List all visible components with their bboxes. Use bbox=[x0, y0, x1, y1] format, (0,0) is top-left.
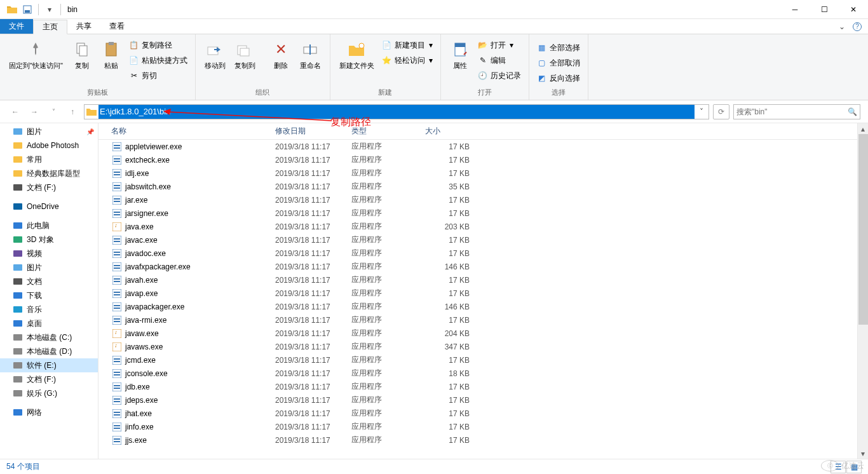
tab-share[interactable]: 共享 bbox=[67, 19, 100, 34]
file-row[interactable]: java.exe2019/3/18 11:17应用程序203 KB bbox=[98, 220, 868, 233]
col-modified[interactable]: 修改日期 bbox=[275, 126, 351, 137]
paste-button[interactable]: 粘贴 bbox=[97, 37, 125, 72]
paste-shortcut-button[interactable]: 📄粘贴快捷方式 bbox=[126, 53, 190, 67]
copy-button[interactable]: 复制 bbox=[68, 37, 96, 72]
file-date: 2019/3/18 11:17 bbox=[275, 262, 351, 271]
newfolder-button[interactable]: 新建文件夹 bbox=[336, 37, 378, 72]
tree-item[interactable]: 图片 bbox=[0, 261, 98, 274]
tree-item[interactable]: OneDrive bbox=[0, 200, 98, 213]
tree-item[interactable]: 此电脑 bbox=[0, 219, 98, 233]
file-row[interactable]: jar.exe2019/3/18 11:17应用程序17 KB bbox=[98, 193, 868, 207]
file-row[interactable]: jhat.exe2019/3/18 11:17应用程序17 KB bbox=[98, 407, 868, 420]
qat-dropdown-icon[interactable]: ▾ bbox=[43, 3, 57, 17]
tree-item[interactable]: 图片📌 bbox=[0, 125, 98, 139]
tree-item[interactable]: 文档 (F:) bbox=[0, 180, 98, 194]
tab-file[interactable]: 文件 bbox=[0, 19, 33, 34]
file-row[interactable]: jarsigner.exe2019/3/18 11:17应用程序17 KB bbox=[98, 207, 868, 220]
save-icon[interactable] bbox=[20, 3, 34, 17]
file-row[interactable]: javah.exe2019/3/18 11:17应用程序17 KB bbox=[98, 273, 868, 287]
file-list[interactable]: appletviewer.exe2019/3/18 11:17应用程序17 KB… bbox=[98, 140, 868, 459]
col-name[interactable]: 名称 bbox=[111, 126, 275, 137]
scroll-up-icon[interactable]: ▴ bbox=[858, 123, 868, 134]
scroll-thumb[interactable] bbox=[858, 134, 868, 325]
file-type: 应用程序 bbox=[351, 315, 425, 325]
file-row[interactable]: javaw.exe2019/3/18 11:17应用程序204 KB bbox=[98, 327, 868, 340]
tree-item[interactable]: 桌面 bbox=[0, 316, 98, 330]
properties-button[interactable]: 属性 bbox=[446, 37, 474, 72]
col-size[interactable]: 大小 bbox=[425, 126, 470, 137]
minimize-button[interactable]: ─ bbox=[780, 0, 810, 19]
tree-item[interactable]: Adobe Photosh bbox=[0, 139, 98, 152]
scroll-down-icon[interactable]: ▾ bbox=[858, 448, 868, 459]
file-row[interactable]: extcheck.exe2019/3/18 11:17应用程序17 KB bbox=[98, 153, 868, 166]
copy-path-button[interactable]: 📋复制路径 bbox=[126, 38, 190, 52]
tree-item[interactable]: 下载 bbox=[0, 288, 98, 302]
file-row[interactable]: jconsole.exe2019/3/18 11:17应用程序18 KB bbox=[98, 367, 868, 380]
file-row[interactable]: javapackager.exe2019/3/18 11:17应用程序146 K… bbox=[98, 300, 868, 313]
file-row[interactable]: jinfo.exe2019/3/18 11:17应用程序17 KB bbox=[98, 420, 868, 433]
search-box[interactable]: 🔍 bbox=[733, 104, 860, 119]
moveto-button[interactable]: 移动到 bbox=[201, 37, 229, 72]
cut-button[interactable]: ✂剪切 bbox=[126, 69, 190, 83]
tree-item[interactable]: 常用 bbox=[0, 152, 98, 166]
copyto-button[interactable]: 复制到 bbox=[231, 37, 259, 72]
tree-item[interactable]: 文档 (F:) bbox=[0, 372, 98, 386]
navigation-tree[interactable]: 图片📌Adobe Photosh常用经典数据库题型文档 (F:)OneDrive… bbox=[0, 123, 98, 459]
tab-view[interactable]: 查看 bbox=[100, 19, 133, 34]
history-button[interactable]: 🕘历史记录 bbox=[475, 69, 524, 83]
file-row[interactable]: appletviewer.exe2019/3/18 11:17应用程序17 KB bbox=[98, 140, 868, 153]
file-row[interactable]: javaws.exe2019/3/18 11:17应用程序347 KB bbox=[98, 340, 868, 353]
file-row[interactable]: javafxpackager.exe2019/3/18 11:17应用程序146… bbox=[98, 260, 868, 273]
search-input[interactable] bbox=[736, 107, 848, 116]
ribbon-collapse-icon[interactable]: ⌄ bbox=[839, 22, 845, 31]
tree-item[interactable]: 网络 bbox=[0, 405, 98, 419]
back-button[interactable]: ← bbox=[8, 104, 23, 119]
col-type[interactable]: 类型 bbox=[351, 126, 425, 137]
maximize-button[interactable]: ☐ bbox=[810, 0, 839, 19]
forward-button[interactable]: → bbox=[27, 104, 42, 119]
file-row[interactable]: javap.exe2019/3/18 11:17应用程序17 KB bbox=[98, 287, 868, 300]
tree-item[interactable]: 本地磁盘 (D:) bbox=[0, 344, 98, 358]
newitem-button[interactable]: 📄新建项目▾ bbox=[379, 38, 435, 52]
file-row[interactable]: jcmd.exe2019/3/18 11:17应用程序17 KB bbox=[98, 353, 868, 367]
address-input[interactable] bbox=[98, 105, 695, 119]
tree-item[interactable]: 音乐 bbox=[0, 302, 98, 316]
file-row[interactable]: java-rmi.exe2019/3/18 11:17应用程序17 KB bbox=[98, 313, 868, 327]
tree-item[interactable]: 视频 bbox=[0, 247, 98, 261]
tree-item[interactable]: 娱乐 (G:) bbox=[0, 386, 98, 400]
tree-item[interactable]: 软件 (E:) bbox=[0, 358, 98, 372]
tree-item[interactable]: 3D 对象 bbox=[0, 233, 98, 247]
invertselection-button[interactable]: ◩反向选择 bbox=[534, 71, 583, 85]
refresh-button[interactable]: ⟳ bbox=[713, 104, 729, 119]
file-row[interactable]: jdb.exe2019/3/18 11:17应用程序17 KB bbox=[98, 380, 868, 393]
svg-rect-63 bbox=[112, 276, 121, 285]
column-headers[interactable]: 名称 修改日期 类型 大小 bbox=[98, 123, 868, 140]
delete-button[interactable]: ✕删除 bbox=[267, 37, 295, 72]
file-name: jcmd.exe bbox=[125, 356, 275, 365]
file-row[interactable]: jjs.exe2019/3/18 11:17应用程序17 KB bbox=[98, 433, 868, 447]
selectall-button[interactable]: ▦全部选择 bbox=[534, 41, 583, 55]
close-button[interactable]: ✕ bbox=[839, 0, 868, 19]
file-row[interactable]: jdeps.exe2019/3/18 11:17应用程序17 KB bbox=[98, 393, 868, 407]
tree-item[interactable]: 本地磁盘 (C:) bbox=[0, 330, 98, 344]
pin-quickaccess-button[interactable]: 固定到"快速访问" bbox=[5, 37, 67, 72]
address-dropdown-icon[interactable]: ˅ bbox=[695, 107, 709, 116]
file-row[interactable]: idlj.exe2019/3/18 11:17应用程序17 KB bbox=[98, 166, 868, 180]
file-row[interactable]: javac.exe2019/3/18 11:17应用程序17 KB bbox=[98, 233, 868, 247]
recent-dropdown[interactable]: ˅ bbox=[46, 104, 61, 119]
tree-item[interactable]: 经典数据库题型 bbox=[0, 166, 98, 180]
edit-button[interactable]: ✎编辑 bbox=[475, 53, 524, 67]
tab-home[interactable]: 主页 bbox=[33, 20, 67, 34]
file-row[interactable]: jabswitch.exe2019/3/18 11:17应用程序35 KB bbox=[98, 180, 868, 193]
easyaccess-button[interactable]: ⭐轻松访问▾ bbox=[379, 53, 435, 67]
selectnone-button[interactable]: ▢全部取消 bbox=[534, 56, 583, 70]
file-row[interactable]: javadoc.exe2019/3/18 11:17应用程序17 KB bbox=[98, 247, 868, 260]
file-size: 17 KB bbox=[425, 209, 470, 218]
open-button[interactable]: 📂打开▾ bbox=[475, 38, 524, 52]
tree-item[interactable]: 文档 bbox=[0, 274, 98, 288]
help-icon[interactable]: ? bbox=[853, 22, 862, 31]
rename-button[interactable]: 重命名 bbox=[296, 37, 325, 72]
address-bar[interactable]: ˅ bbox=[84, 104, 709, 119]
scrollbar[interactable]: ▴ ▾ bbox=[857, 123, 868, 459]
up-button[interactable]: ↑ bbox=[65, 104, 80, 119]
